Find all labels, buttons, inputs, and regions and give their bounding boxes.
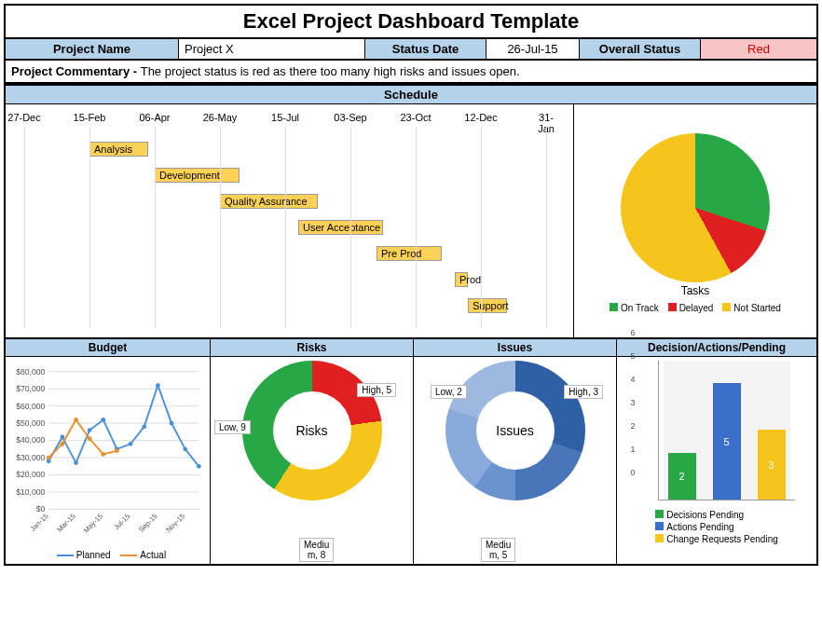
gantt-tick: 26-May [203,112,238,123]
gantt-bar: Pre Prod [377,246,442,261]
schedule-header: Schedule [6,84,816,104]
gantt-tick: 03-Sep [334,112,366,123]
risks-low-label: Low, 9 [214,420,251,434]
issues-center: Issues [445,361,585,500]
svg-text:$50,000: $50,000 [16,418,45,428]
svg-point-16 [142,424,146,429]
legend-delayed: Delayed [668,303,714,313]
gantt-tick: 23-Oct [400,112,431,123]
budget-legend: Planned Actual [9,550,206,560]
gantt-tick: 27-Dec [7,112,40,123]
legend-planned: Planned [76,550,111,560]
tasks-pie [621,133,770,282]
svg-text:Mar-15: Mar-15 [55,512,77,534]
status-date-value[interactable]: 26-Jul-15 [486,39,580,59]
project-name-value[interactable]: Project X [179,39,365,59]
decisions-legend: Decisions Pending Actions Pending Change… [655,508,778,546]
issues-high-label: High, 3 [564,385,603,399]
svg-point-25 [101,452,105,457]
gantt-tick: 15-Feb [74,112,106,123]
risks-medium-label: Mediu m, 8 [299,538,334,562]
svg-point-26 [115,448,119,453]
legend-change: Change Requests Pending [666,534,778,544]
issues-header: Issues [414,339,617,356]
gantt-bar: User Acceptance [298,220,383,235]
risks-header: Risks [211,339,414,356]
tasks-legend: On Track Delayed Not Started [610,303,781,313]
svg-point-20 [197,464,201,469]
svg-text:$40,000: $40,000 [16,435,45,445]
svg-point-22 [60,442,64,446]
svg-text:$10,000: $10,000 [16,487,45,497]
svg-point-11 [74,460,78,465]
svg-text:$30,000: $30,000 [16,453,45,462]
svg-text:Jul-15: Jul-15 [112,512,131,531]
svg-text:$60,000: $60,000 [16,402,45,411]
decisions-chart: 0123456 2 5 3 Decisions Pending Actions … [617,357,816,564]
risks-center: Risks [242,361,382,500]
schedule-wrap: 27-Dec15-Feb06-Apr26-May15-Jul03-Sep23-O… [6,104,816,337]
overall-status-value: Red [701,39,816,59]
gantt-bar: Analysis [89,142,148,157]
svg-text:May-15: May-15 [82,512,104,534]
gantt-bar: Development [155,168,240,183]
overall-status-label: Overall Status [580,39,701,59]
gantt-bar: Quality Assurance [220,194,318,209]
legend-actions: Actions Pending [666,522,733,532]
svg-point-23 [74,418,78,422]
svg-point-17 [156,383,160,388]
svg-point-24 [88,436,92,441]
gantt-bar: Support [468,298,507,313]
legend-on-track: On Track [610,303,659,313]
gantt-chart: 27-Dec15-Feb06-Apr26-May15-Jul03-Sep23-O… [6,104,574,337]
legend-actual: Actual [140,550,166,560]
commentary-label: Project Commentary - [11,64,141,78]
budget-chart: $0$10,000$20,000$30,000$40,000$50,000$60… [6,357,211,564]
svg-text:$70,000: $70,000 [16,384,45,393]
bar-actions: 5 [713,383,741,500]
dashboard: Excel Project Dashboard Template Project… [4,4,818,566]
svg-text:Nov-15: Nov-15 [164,512,186,534]
gantt-tick: 15-Jul [271,112,299,123]
commentary-text: The project status is red as there too m… [141,64,520,78]
svg-point-13 [101,418,105,422]
svg-point-10 [60,435,64,440]
issues-low-label: Low, 2 [431,385,467,399]
gantt-bar: Prod [455,272,468,287]
commentary: Project Commentary - The project status … [6,61,816,84]
issues-chart: Issues High, 3 Low, 2 Mediu m, 5 [414,357,617,564]
decisions-header: Decision/Actions/Pending [617,339,816,356]
header-row: Project Name Project X Status Date 26-Ju… [6,39,816,61]
decisions-bars: 2 5 3 [658,361,795,500]
svg-point-18 [170,421,174,426]
risks-high-label: High, 5 [357,383,396,397]
svg-point-12 [88,428,92,432]
tasks-pie-label: Tasks [681,284,710,297]
gantt-tick: 12-Dec [464,112,497,123]
gantt-tick: 06-Apr [139,112,170,123]
svg-text:$20,000: $20,000 [16,470,45,479]
issues-donut: Issues [445,361,585,500]
svg-text:Jan-15: Jan-15 [29,512,50,533]
legend-decisions: Decisions Pending [666,510,744,520]
svg-point-15 [129,442,133,446]
svg-text:Sep-15: Sep-15 [137,512,159,534]
issues-medium-label: Mediu m, 5 [481,538,515,562]
svg-text:$80,000: $80,000 [16,367,45,377]
budget-header: Budget [6,339,211,356]
svg-point-19 [183,446,187,451]
quads: $0$10,000$20,000$30,000$40,000$50,000$60… [6,357,816,564]
quad-headers: Budget Risks Issues Decision/Actions/Pen… [6,337,816,357]
risks-donut: Risks [242,361,382,500]
svg-point-21 [47,456,51,460]
legend-not-started: Not Started [722,303,781,313]
tasks-pie-panel: Tasks On Track Delayed Not Started [574,104,816,337]
risks-chart: Risks High, 5 Low, 9 Mediu m, 8 [211,357,414,564]
project-name-label: Project Name [6,39,179,59]
page-title: Excel Project Dashboard Template [6,6,816,39]
bar-decisions: 2 [668,453,696,500]
bar-change: 3 [758,430,786,500]
status-date-label: Status Date [365,39,486,59]
